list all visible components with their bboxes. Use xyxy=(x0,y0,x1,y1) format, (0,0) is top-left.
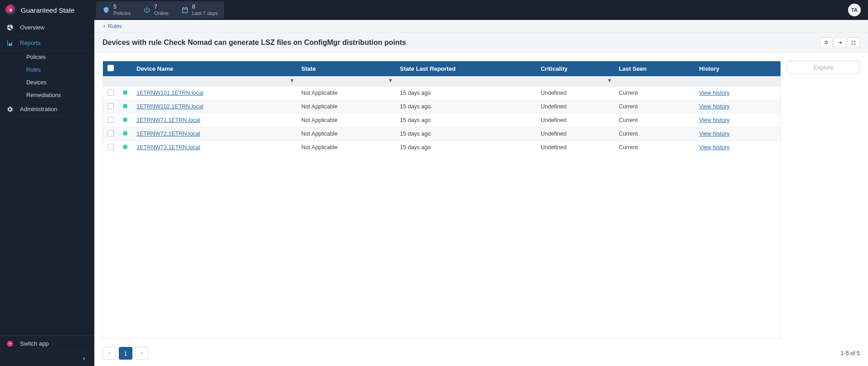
sidebar-item-reports[interactable]: Reports xyxy=(0,35,94,51)
filter-state[interactable] xyxy=(297,76,395,86)
status-dot-icon xyxy=(123,145,127,149)
sidebar-administration-label: Administration xyxy=(20,106,57,112)
stat-policies-value: 5 xyxy=(113,4,131,10)
sidebar-item-administration[interactable]: Administration xyxy=(0,102,94,117)
view-history-link[interactable]: View history xyxy=(699,117,729,123)
device-link[interactable]: 1ETRNW72.1ETRN.local xyxy=(137,131,200,137)
cell-state-last-reported: 15 days ago xyxy=(395,113,536,127)
page-title: Devices with rule Check Nomad can genera… xyxy=(102,39,406,47)
swap-button[interactable] xyxy=(834,37,846,48)
cell-criticality: Undefined xyxy=(536,86,614,100)
cell-criticality: Undefined xyxy=(536,127,614,141)
pie-icon xyxy=(6,24,14,31)
chevron-left-icon xyxy=(107,351,111,355)
row-checkbox[interactable] xyxy=(107,144,114,150)
filter-device-name[interactable] xyxy=(132,76,297,86)
table-row: 1ETRNW72.1ETRN.localNot Applicable15 day… xyxy=(103,127,780,141)
switch-app-icon xyxy=(6,340,14,347)
gear-icon xyxy=(6,106,14,113)
device-link[interactable]: 1ETRNW102.1ETRN.local xyxy=(137,103,203,110)
col-criticality[interactable]: Criticality xyxy=(536,61,614,76)
col-select-all[interactable] xyxy=(103,61,118,76)
devices-table: Device Name State State Last Reported Cr… xyxy=(102,61,781,339)
app-title: Guaranteed State xyxy=(21,6,74,14)
main: Rules Devices with rule Check Nomad can … xyxy=(94,20,868,366)
user-avatar[interactable]: TA xyxy=(848,4,861,16)
sidebar-sub-remediations[interactable]: Remediations xyxy=(0,89,94,102)
view-history-link[interactable]: View history xyxy=(699,144,729,151)
filter-criticality[interactable] xyxy=(536,76,614,86)
sidebar-switch-app-label: Switch app xyxy=(20,340,49,347)
row-checkbox[interactable] xyxy=(107,130,114,137)
device-link[interactable]: 1ETRNW71.1ETRN.local xyxy=(137,117,200,123)
stat-period[interactable]: 8 Last 7 days xyxy=(175,1,224,18)
sidebar-collapse[interactable] xyxy=(0,351,94,366)
cell-last-seen: Current xyxy=(614,113,695,127)
pager: 1 1-5 of 5 xyxy=(94,343,868,366)
cell-last-seen: Current xyxy=(614,86,695,100)
table-row: 1ETRNW73.1ETRN.localNot Applicable15 day… xyxy=(103,141,780,154)
filter-icon xyxy=(290,78,294,83)
refresh-icon xyxy=(824,40,829,45)
filter-icon xyxy=(607,78,612,83)
pager-next[interactable] xyxy=(135,347,149,360)
stat-online[interactable]: 7 Online xyxy=(137,1,175,18)
status-dot-icon xyxy=(123,117,127,122)
refresh-button[interactable] xyxy=(820,37,833,48)
col-device-name[interactable]: Device Name xyxy=(132,61,297,76)
explore-panel: Explore xyxy=(787,61,860,339)
cell-state: Not Applicable xyxy=(297,100,395,113)
explore-button[interactable]: Explore xyxy=(787,61,860,73)
expand-button[interactable] xyxy=(847,37,860,48)
power-icon xyxy=(143,6,151,14)
row-checkbox[interactable] xyxy=(107,103,114,109)
col-state-last-reported[interactable]: State Last Reported xyxy=(395,61,536,76)
filter-icon xyxy=(388,78,393,83)
sidebar: Overview Reports Policies Rules Devices … xyxy=(0,20,94,366)
cell-last-seen: Current xyxy=(614,141,695,154)
brand-icon: ★ xyxy=(5,5,16,15)
table-row: 1ETRNW71.1ETRN.localNot Applicable15 day… xyxy=(103,113,780,127)
pager-page-1[interactable]: 1 xyxy=(119,347,132,360)
sidebar-sub-devices[interactable]: Devices xyxy=(0,76,94,89)
sidebar-sub-rules[interactable]: Rules xyxy=(0,63,94,76)
view-history-link[interactable]: View history xyxy=(699,131,729,137)
stat-online-label: Online xyxy=(154,10,169,16)
pager-prev[interactable] xyxy=(102,347,116,360)
cell-state: Not Applicable xyxy=(297,127,395,141)
top-stats: 5 Policies 7 Online 8 Last 7 days xyxy=(96,1,224,18)
view-history-link[interactable]: View history xyxy=(699,90,729,96)
stat-period-value: 8 xyxy=(192,4,218,10)
col-last-seen[interactable]: Last Seen xyxy=(614,61,695,76)
cell-state-last-reported: 15 days ago xyxy=(395,141,536,154)
page-header: Devices with rule Check Nomad can genera… xyxy=(94,33,868,53)
cell-last-seen: Current xyxy=(614,100,695,113)
device-link[interactable]: 1ETRNW73.1ETRN.local xyxy=(137,144,200,151)
status-dot-icon xyxy=(123,104,127,108)
table-row: 1ETRNW101.1ETRN.localNot Applicable15 da… xyxy=(103,86,780,100)
sidebar-sub-policies[interactable]: Policies xyxy=(0,51,94,63)
brand: ★ Guaranteed State xyxy=(5,5,94,15)
cell-state: Not Applicable xyxy=(297,113,395,127)
status-dot-icon xyxy=(123,90,127,95)
stat-policies[interactable]: 5 Policies xyxy=(96,1,137,18)
col-state[interactable]: State xyxy=(297,61,395,76)
table-row: 1ETRNW102.1ETRN.localNot Applicable15 da… xyxy=(103,100,780,113)
row-checkbox[interactable] xyxy=(107,117,114,123)
view-history-link[interactable]: View history xyxy=(699,103,729,110)
expand-icon xyxy=(851,40,856,45)
col-history[interactable]: History xyxy=(694,61,780,76)
cell-state: Not Applicable xyxy=(297,86,395,100)
sidebar-reports-label: Reports xyxy=(20,39,41,46)
cell-state: Not Applicable xyxy=(297,141,395,154)
col-status xyxy=(118,61,132,76)
breadcrumb: Rules xyxy=(94,20,868,33)
row-checkbox[interactable] xyxy=(107,89,114,96)
top-bar: ★ Guaranteed State 5 Policies 7 Online 8… xyxy=(0,0,868,20)
breadcrumb-back[interactable]: Rules xyxy=(102,23,122,29)
sidebar-item-switch-app[interactable]: Switch app xyxy=(0,336,94,351)
device-link[interactable]: 1ETRNW101.1ETRN.local xyxy=(137,90,203,96)
breadcrumb-back-label: Rules xyxy=(108,23,122,29)
cell-state-last-reported: 15 days ago xyxy=(395,100,536,113)
sidebar-item-overview[interactable]: Overview xyxy=(0,20,94,35)
